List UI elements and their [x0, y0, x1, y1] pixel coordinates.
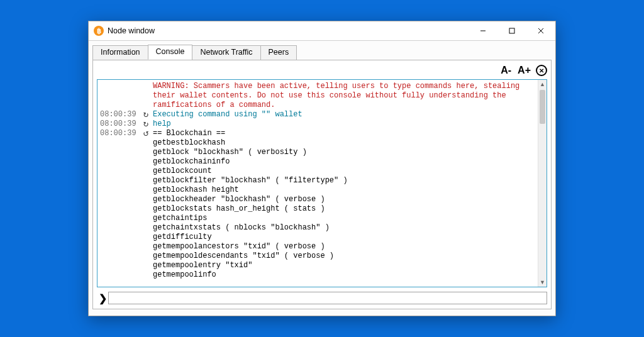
font-decrease-button[interactable]: A- — [499, 65, 513, 76]
maximize-icon — [509, 28, 515, 34]
direction-icon: ↻ — [139, 110, 153, 119]
direction-icon: ↺ — [139, 129, 153, 138]
maximize-button[interactable] — [497, 21, 526, 40]
console-tab-pane: A- A+ ✕ WARNING: Scammers have been acti… — [92, 60, 552, 309]
help-line: getchaintxstats ( nblocks "blockhash" ) — [100, 223, 535, 233]
help-line: getblockstats hash_or_height ( stats ) — [100, 204, 535, 214]
timestamp: 08:00:39 — [100, 129, 139, 138]
console-output-frame: WARNING: Scammers have been active, tell… — [97, 79, 547, 287]
console-input[interactable] — [108, 292, 547, 304]
scroll-thumb[interactable] — [540, 90, 545, 124]
help-line: getblockhash height — [100, 185, 535, 195]
help-line: getmempoolancestors "txid" ( verbose ) — [100, 242, 535, 251]
help-line: getblockheader "blockhash" ( verbose ) — [100, 195, 535, 204]
help-line: getbestblockhash — [100, 138, 535, 148]
help-line: getmempoolentry "txid" — [100, 261, 535, 270]
console-prompt-row: ❯ — [97, 291, 547, 305]
console-line: 08:00:39 ↺ == Blockchain == — [100, 129, 535, 138]
help-line: getblockcount — [100, 167, 535, 176]
window-body: Information Console Network Traffic Peer… — [89, 40, 555, 316]
console-toolbar: A- A+ ✕ — [97, 63, 547, 78]
console-warning-line: WARNING: Scammers have been active, tell… — [100, 82, 535, 91]
console-text: Executing command using "" wallet — [153, 110, 535, 119]
titlebar: ฿ Node window — [89, 21, 555, 40]
font-increase-button[interactable]: A+ — [516, 65, 532, 76]
tab-bar: Information Console Network Traffic Peer… — [92, 45, 552, 60]
app-icon: ฿ — [94, 26, 104, 36]
console-warning-line: ramifications of a command. — [100, 101, 535, 110]
console-line: 08:00:39 ↻ Executing command using "" wa… — [100, 110, 535, 119]
help-line: getmempooldescendants "txid" ( verbose ) — [100, 251, 535, 261]
tab-peers[interactable]: Peers — [260, 45, 297, 60]
clear-console-button[interactable]: ✕ — [536, 65, 547, 76]
help-line: getblockfilter "blockhash" ( "filtertype… — [100, 176, 535, 185]
console-scrollbar[interactable]: ▲ ▼ — [538, 80, 547, 287]
direction-icon: ↻ — [139, 119, 153, 129]
console-output: WARNING: Scammers have been active, tell… — [97, 80, 538, 287]
svg-rect-1 — [509, 28, 514, 33]
tab-network-traffic[interactable]: Network Traffic — [192, 45, 260, 60]
tab-information[interactable]: Information — [92, 45, 148, 60]
minimize-icon — [480, 28, 486, 34]
help-line: getblock "blockhash" ( verbosity ) — [100, 148, 535, 157]
prompt-chevron-icon: ❯ — [97, 292, 108, 304]
window-title: Node window — [108, 26, 155, 35]
help-line: getchaintips — [100, 214, 535, 223]
help-line: getblockchaininfo — [100, 157, 535, 167]
help-line: getdifficulty — [100, 233, 535, 242]
close-icon — [538, 28, 544, 34]
tab-console[interactable]: Console — [148, 45, 193, 60]
close-button[interactable] — [526, 21, 555, 40]
console-line: 08:00:39 ↻ help — [100, 119, 535, 129]
timestamp: 08:00:39 — [100, 119, 139, 129]
scroll-down-icon[interactable]: ▼ — [538, 278, 547, 287]
console-warning-line: their wallet contents. Do not use this c… — [100, 91, 535, 101]
scroll-up-icon[interactable]: ▲ — [538, 80, 547, 89]
help-line: getmempoolinfo — [100, 270, 535, 280]
console-text: help — [153, 119, 535, 129]
timestamp: 08:00:39 — [100, 110, 139, 119]
minimize-button[interactable] — [469, 21, 497, 40]
console-text: == Blockchain == — [153, 129, 535, 138]
node-window: ฿ Node window Information Console Networ… — [88, 21, 556, 316]
